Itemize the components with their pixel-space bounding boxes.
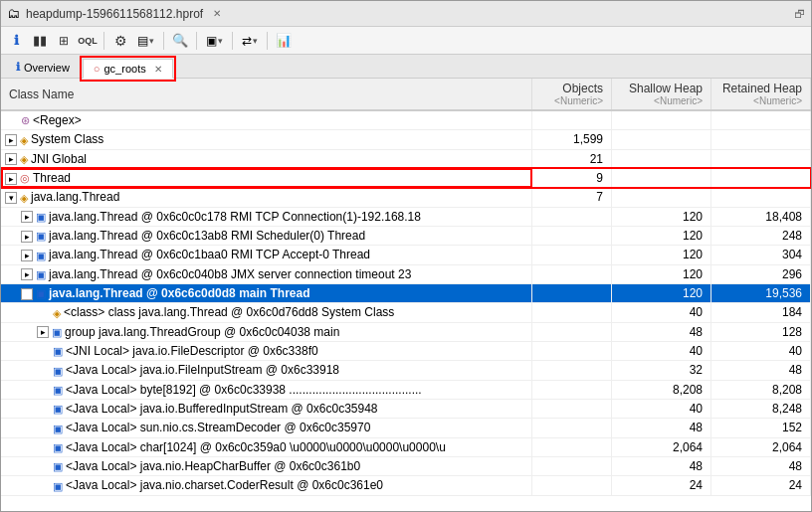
title-bar: 🗂 heapdump-1596611568112.hprof ✕ 🗗 [1,1,811,27]
hierarchy-btn[interactable]: ⊞ [53,30,75,52]
table-row[interactable]: ▾◈java.lang.Thread7 [1,188,811,207]
table-row[interactable]: ▣<Java Local> java.io.BufferedInputStrea… [1,399,811,418]
col-header-shallow: Shallow Heap <Numeric> [612,79,711,110]
table-row[interactable]: ▣<Java Local> sun.nio.cs.StreamDecoder @… [1,419,811,437]
row-shallow: 32 [612,361,711,380]
table-row[interactable]: ▸◈JNI Global21 [1,149,811,168]
nav-dropdown[interactable]: ⇄ ▾ [238,32,262,50]
table-row[interactable]: ▸▣java.lang.Thread @ 0x6c0c1baa0 RMI TCP… [1,246,811,264]
expander-icon[interactable]: ▾ [21,288,33,300]
obj-icon: ▣ [36,287,46,299]
obj-icon: ▣ [53,460,63,472]
row-shallow: 2,064 [612,437,711,456]
expander-icon[interactable]: ▸ [21,250,33,261]
row-shallow: 48 [612,456,711,475]
row-shallow [612,188,711,207]
row-objects: 7 [532,188,612,207]
table-row[interactable]: ▸▣java.lang.Thread @ 0x6c0c040b8 JMX ser… [1,264,811,283]
layout-dropdown[interactable]: ▤ ▾ [133,32,158,50]
class-icon: ◈ [20,134,28,146]
tabs-bar: ℹ Overview ○ gc_roots ✕ [1,55,811,79]
class-icon: ◈ [20,192,28,204]
table-row[interactable]: ▾▣java.lang.Thread @ 0x6c6c0d0d8 main Th… [1,283,811,302]
table-row[interactable]: ▣<Java Local> byte[8192] @ 0x6c0c33938 .… [1,380,811,399]
row-shallow: 120 [612,264,711,283]
main-window: 🗂 heapdump-1596611568112.hprof ✕ 🗗 ℹ ▮▮ … [0,0,812,512]
row-shallow [612,130,711,149]
row-name-text: <Java Local> java.nio.charset.CoderResul… [66,478,383,492]
expander-icon[interactable]: ▸ [37,326,49,338]
view-dropdown[interactable]: ▣ ▾ [202,32,227,50]
table-row[interactable]: ▣<Java Local> java.io.FileInputStream @ … [1,361,811,380]
info-btn[interactable]: ℹ [5,30,27,52]
row-name-text: group java.lang.ThreadGroup @ 0x6c0c0403… [65,325,339,339]
layout-arrow: ▾ [149,36,154,46]
chart-btn[interactable]: 📊 [273,30,295,52]
row-shallow: 120 [612,226,711,245]
expander-icon[interactable]: ▸ [21,211,33,223]
tab-gc-roots-close[interactable]: ✕ [154,64,162,75]
obj-icon: ▣ [53,441,63,453]
tab-gc-roots[interactable]: ○ gc_roots ✕ [83,59,173,79]
table-row[interactable]: ▣<JNI Local> java.io.FileDescriptor @ 0x… [1,341,811,360]
table-row[interactable]: ⊛<Regex> [1,110,811,130]
expander-icon[interactable]: ▸ [5,134,17,146]
row-name-text: <Java Local> java.io.FileInputStream @ 0… [66,363,339,377]
table-row[interactable]: ◈<class> class java.lang.Thread @ 0x6c0d… [1,303,811,322]
nav-arrow: ▾ [253,36,258,46]
table-row[interactable]: ▣<Java Local> char[1024] @ 0x6c0c359a0 \… [1,437,811,456]
table-row[interactable]: ▸◈System Class1,599 [1,130,811,149]
tab-overview-label: Overview [24,62,70,74]
row-name-text: System Class [31,132,103,146]
row-name-text: JNI Global [31,152,87,166]
expander-icon[interactable]: ▸ [21,231,33,243]
table-row[interactable]: ▸◎Thread9 [1,168,811,187]
row-retained: 184 [711,303,811,322]
row-retained [711,130,811,149]
settings-btn[interactable]: ⚙ [109,30,131,52]
row-objects [532,264,612,283]
row-objects: 21 [532,149,612,168]
expander-icon[interactable]: ▾ [5,192,17,204]
chart-icon: 📊 [276,33,292,48]
tab-overview[interactable]: ℹ Overview [5,57,81,78]
row-shallow [612,168,711,187]
table-row[interactable]: ▸▣group java.lang.ThreadGroup @ 0x6c0c04… [1,322,811,341]
bar-chart-btn[interactable]: ▮▮ [29,30,51,52]
row-retained: 8,208 [711,380,811,399]
obj-icon: ▣ [52,326,62,338]
expander-icon[interactable]: ▸ [21,268,33,280]
row-name-text: java.lang.Thread @ 0x6c0c0c178 RMI TCP C… [49,210,421,224]
table-row[interactable]: ▸▣java.lang.Thread @ 0x6c0c0c178 RMI TCP… [1,207,811,226]
data-table: Class Name Objects <Numeric> Shallow Hea… [1,79,811,496]
row-shallow: 40 [612,399,711,418]
search-btn[interactable]: 🔍 [169,30,191,52]
expander-icon[interactable]: ▸ [5,153,17,165]
table-row[interactable]: ▣<Java Local> java.nio.HeapCharBuffer @ … [1,456,811,475]
expander-icon[interactable]: ▸ [5,173,17,185]
tree-area[interactable]: Class Name Objects <Numeric> Shallow Hea… [1,79,811,511]
row-retained: 24 [711,476,811,495]
row-shallow: 40 [612,341,711,360]
row-objects [532,246,612,264]
tab-overview-icon: ℹ [16,61,20,74]
row-retained: 40 [711,341,811,360]
row-objects [532,341,612,360]
row-objects: 9 [532,168,612,187]
table-row[interactable]: ▣<Java Local> java.nio.charset.CoderResu… [1,476,811,495]
row-name-text: <class> class java.lang.Thread @ 0x6c0d7… [64,305,394,319]
sep1 [103,32,104,50]
row-name-text: <Java Local> java.nio.HeapCharBuffer @ 0… [66,459,360,473]
row-retained: 304 [711,246,811,264]
table-row[interactable]: ▸▣java.lang.Thread @ 0x6c0c13ab8 RMI Sch… [1,226,811,245]
restore-btn[interactable]: 🗗 [794,8,805,20]
sep5 [267,32,268,50]
view-arrow: ▾ [218,36,223,46]
title-close-btn[interactable]: ✕ [213,8,221,19]
row-name-text: <Java Local> sun.nio.cs.StreamDecoder @ … [66,421,370,434]
row-shallow: 24 [612,476,711,495]
row-name-text: Thread [33,171,71,185]
sql-btn[interactable]: OQL [77,30,99,52]
row-retained [711,188,811,207]
row-objects [532,476,612,495]
